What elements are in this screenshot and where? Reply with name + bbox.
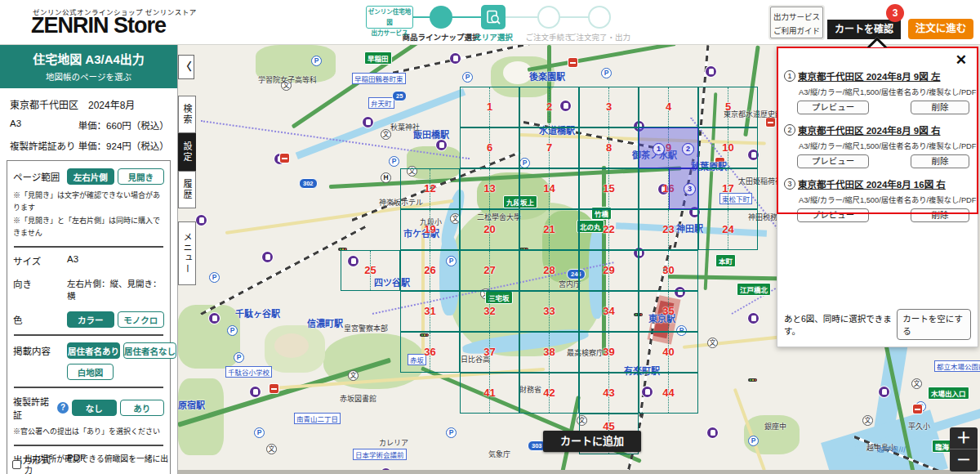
price-rows: A3単価：660円（税込）複製許諾証あり単価：924円（税込）: [0, 111, 177, 152]
grid-cell-22[interactable]: [579, 209, 639, 250]
delete-button[interactable]: 削除: [911, 208, 969, 222]
content-option[interactable]: 居住者名なし: [123, 342, 176, 359]
cart-item: 3東京都千代田区 2024年8月 16図 右A3/縦/カラー/縮尺1,500/居…: [784, 177, 969, 222]
grid-cell-3[interactable]: [579, 87, 639, 127]
grid-cell-13[interactable]: [460, 168, 519, 209]
step-label-2: エリア選択: [474, 31, 513, 42]
preview-button[interactable]: プレビュー: [797, 208, 869, 222]
grid-cell-25[interactable]: [341, 250, 400, 291]
page-range-label: ページ範囲: [13, 170, 67, 183]
grid-cell-21[interactable]: [519, 209, 579, 250]
page-range-option[interactable]: 見開き: [118, 168, 165, 185]
grid-cell-14[interactable]: [519, 168, 579, 209]
grid-cell-10[interactable]: [698, 127, 758, 168]
grid-cell-34[interactable]: [579, 291, 639, 332]
grid-cell-36[interactable]: [400, 332, 460, 373]
empty-cart-button[interactable]: カートを空にする: [897, 309, 971, 340]
metro-icon: [450, 53, 461, 64]
grid-cell-44[interactable]: [639, 373, 698, 414]
grid-cell-38[interactable]: [519, 332, 579, 373]
school-icon: 文: [911, 378, 922, 389]
parking-icon: P: [254, 427, 265, 438]
grid-cell-1[interactable]: [460, 87, 519, 127]
grid-cell-17[interactable]: [698, 168, 758, 209]
grid-cell-33[interactable]: [519, 291, 579, 332]
proceed-order-button[interactable]: 注文に進む: [908, 19, 973, 39]
close-icon[interactable]: ✕: [956, 51, 967, 69]
metro-icon: [706, 66, 716, 77]
grid-cell-32[interactable]: [460, 291, 519, 332]
map-tab-active[interactable]: 設定: [178, 133, 196, 171]
delete-button[interactable]: 削除: [911, 154, 969, 168]
grid-cell-26[interactable]: [400, 250, 460, 291]
sidebar-subtitle: 地図帳のページを選ぶ: [0, 70, 177, 83]
help-icon[interactable]: ?: [57, 402, 69, 414]
add-to-cart-button[interactable]: カートに追加: [543, 431, 641, 452]
page-range-option[interactable]: 左右片側: [67, 168, 114, 185]
grid-cell-35[interactable]: [639, 291, 698, 332]
grid-cell-7[interactable]: [519, 127, 579, 168]
zoom-in-button[interactable]: ＋: [950, 427, 978, 449]
grid-cell-43[interactable]: [579, 373, 639, 414]
map-tab-item[interactable]: メニュー: [178, 221, 196, 285]
cart-item-title-link[interactable]: 東京都千代田区 2024年8月 9図 左: [798, 69, 940, 83]
store-icon: [568, 58, 577, 67]
grid-cell-29[interactable]: [579, 250, 639, 291]
content-option[interactable]: 白地図: [67, 364, 114, 380]
map-label: 千駄ヶ谷駅: [235, 306, 280, 320]
delete-button[interactable]: 削除: [911, 101, 969, 114]
license-option[interactable]: あり: [120, 400, 165, 416]
cart-popover: ✕ 1東京都千代田区 2024年8月 9図 左A3/縦/カラー/縮尺1,500/…: [777, 47, 978, 347]
page-range-note-1: ※「見開き」は文字が確認できない場合があります: [13, 190, 164, 215]
zoom-out-button[interactable]: －: [950, 449, 978, 472]
color-option[interactable]: モノクロ: [118, 311, 165, 328]
grid-cell-41[interactable]: [460, 373, 519, 414]
grid-cell-31[interactable]: [400, 291, 460, 332]
content-options-row1: 居住者名あり居住者名なし: [67, 342, 176, 359]
map-tab-item[interactable]: 検索: [178, 96, 196, 133]
license-option[interactable]: なし: [72, 400, 117, 416]
step-node-4: [588, 6, 611, 29]
grid-cell-6[interactable]: [460, 127, 519, 168]
store-icon: [270, 384, 278, 393]
selection-number-badge: 1: [653, 143, 665, 155]
preview-button[interactable]: プレビュー: [797, 154, 869, 168]
guide-button[interactable]: 出力サービス ご利用ガイド: [770, 7, 823, 38]
preview-button[interactable]: プレビュー: [797, 101, 869, 114]
grid-cell-27[interactable]: [460, 250, 519, 291]
content-option[interactable]: 居住者名あり: [67, 342, 120, 359]
grid-cell-2[interactable]: [519, 87, 579, 127]
grid-cell-4[interactable]: [639, 87, 698, 127]
grid-cell-12[interactable]: [400, 168, 460, 209]
cart-item-title-link[interactable]: 東京都千代田区 2024年8月 9図 右: [798, 123, 940, 136]
cart-count-badge: 3: [886, 4, 904, 22]
step-node-3: [537, 6, 560, 29]
grid-cell-37[interactable]: [460, 332, 519, 373]
color-options: カラーモノクロ: [67, 311, 164, 328]
grid-cell-40[interactable]: [639, 332, 698, 373]
grid-cell-8[interactable]: [579, 127, 639, 168]
color-option[interactable]: カラー: [67, 311, 114, 328]
grid-cell-15[interactable]: [579, 168, 639, 209]
overview-output-checkbox[interactable]: [12, 460, 21, 469]
grid-cell-39[interactable]: [579, 332, 639, 373]
panel-collapse-button[interactable]: 〈: [178, 55, 194, 79]
metro-icon: [436, 140, 447, 150]
grid-cell-23[interactable]: [639, 209, 698, 250]
cart-item-title-link[interactable]: 東京都千代田区 2024年8月 16図 右: [798, 177, 946, 190]
map-label: 原宿駅: [178, 398, 205, 411]
metro-icon: [209, 313, 220, 324]
cart-footer: あと6図、同時に選択できます。 カートを空にする: [784, 309, 971, 340]
divider: [14, 334, 163, 336]
grid-cell-30[interactable]: [639, 250, 698, 291]
selection-number-badge: 2: [682, 143, 694, 155]
grid-cell-20[interactable]: [460, 209, 519, 250]
grid-cell-42[interactable]: [519, 373, 579, 414]
grid-cell-24[interactable]: [698, 209, 758, 250]
orientation-value: 左右片側：縦、見開き：横: [67, 277, 164, 302]
grid-cell-19[interactable]: [400, 209, 460, 250]
grid-cell-5[interactable]: [698, 87, 758, 127]
map-tab-item[interactable]: 履歴: [178, 171, 196, 208]
grid-cell-28[interactable]: [519, 250, 579, 291]
cart-item-spec: A3/縦/カラー/縮尺1,500/居住者名あり/複製なし/PDF: [799, 86, 969, 97]
